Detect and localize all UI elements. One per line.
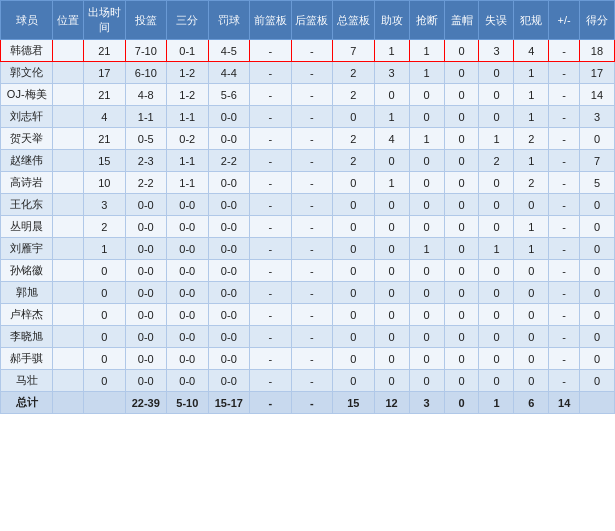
cell-2-14: - [549,84,580,106]
cell-15-15: 0 [579,370,614,392]
total-cell-6: - [250,392,292,414]
cell-5-6: - [250,150,292,172]
cell-12-2: 0 [84,304,126,326]
cell-1-3: 6-10 [125,62,167,84]
total-cell-8: 15 [333,392,375,414]
cell-15-4: 0-0 [167,370,209,392]
cell-0-7: - [291,40,333,62]
cell-9-1 [53,238,84,260]
cell-13-11: 0 [444,326,479,348]
cell-15-3: 0-0 [125,370,167,392]
cell-7-4: 0-0 [167,194,209,216]
table-row: 郭文伦176-101-24-4--231001-17 [1,62,615,84]
cell-9-9: 0 [374,238,409,260]
cell-2-10: 0 [409,84,444,106]
cell-11-5: 0-0 [208,282,250,304]
table-row: 韩德君217-100-14-5--711034-18 [1,40,615,62]
table-row: 郭旭00-00-00-0--000000-0 [1,282,615,304]
total-cell-13: 6 [514,392,549,414]
cell-10-1 [53,260,84,282]
cell-14-5: 0-0 [208,348,250,370]
cell-14-7: - [291,348,333,370]
cell-2-5: 5-6 [208,84,250,106]
cell-5-13: 1 [514,150,549,172]
cell-9-11: 0 [444,238,479,260]
cell-14-0: 郝手骐 [1,348,53,370]
cell-7-11: 0 [444,194,479,216]
cell-8-11: 0 [444,216,479,238]
cell-8-13: 1 [514,216,549,238]
cell-6-10: 0 [409,172,444,194]
cell-11-10: 0 [409,282,444,304]
cell-5-12: 2 [479,150,514,172]
cell-8-2: 2 [84,216,126,238]
cell-8-12: 0 [479,216,514,238]
cell-14-8: 0 [333,348,375,370]
cell-13-9: 0 [374,326,409,348]
table-row: 刘志轩41-11-10-0--010001-3 [1,106,615,128]
cell-14-15: 0 [579,348,614,370]
cell-3-15: 3 [579,106,614,128]
cell-13-6: - [250,326,292,348]
cell-0-10: 1 [409,40,444,62]
cell-5-8: 2 [333,150,375,172]
cell-14-4: 0-0 [167,348,209,370]
cell-5-9: 0 [374,150,409,172]
cell-13-15: 0 [579,326,614,348]
header-cell-0: 球员 [1,1,53,40]
cell-6-6: - [250,172,292,194]
cell-0-1 [53,40,84,62]
cell-8-8: 0 [333,216,375,238]
cell-14-13: 0 [514,348,549,370]
cell-8-9: 0 [374,216,409,238]
cell-8-7: - [291,216,333,238]
header-cell-2: 出场时间 [84,1,126,40]
header-cell-12: 失误 [479,1,514,40]
cell-4-11: 0 [444,128,479,150]
cell-1-10: 1 [409,62,444,84]
cell-7-1 [53,194,84,216]
total-cell-5: 15-17 [208,392,250,414]
cell-0-13: 4 [514,40,549,62]
cell-3-6: - [250,106,292,128]
cell-11-15: 0 [579,282,614,304]
cell-12-15: 0 [579,304,614,326]
cell-0-3: 7-10 [125,40,167,62]
cell-2-11: 0 [444,84,479,106]
cell-12-12: 0 [479,304,514,326]
cell-3-5: 0-0 [208,106,250,128]
cell-15-9: 0 [374,370,409,392]
cell-9-7: - [291,238,333,260]
cell-4-7: - [291,128,333,150]
cell-4-3: 0-5 [125,128,167,150]
cell-9-8: 0 [333,238,375,260]
cell-13-8: 0 [333,326,375,348]
total-cell-4: 5-10 [167,392,209,414]
cell-15-7: - [291,370,333,392]
cell-0-11: 0 [444,40,479,62]
cell-6-13: 2 [514,172,549,194]
cell-10-0: 孙铭徽 [1,260,53,282]
cell-11-9: 0 [374,282,409,304]
cell-6-4: 1-1 [167,172,209,194]
cell-11-12: 0 [479,282,514,304]
cell-6-2: 10 [84,172,126,194]
cell-13-14: - [549,326,580,348]
cell-3-1 [53,106,84,128]
cell-11-3: 0-0 [125,282,167,304]
cell-0-2: 21 [84,40,126,62]
cell-1-14: - [549,62,580,84]
cell-8-6: - [250,216,292,238]
cell-7-8: 0 [333,194,375,216]
cell-12-4: 0-0 [167,304,209,326]
cell-9-10: 1 [409,238,444,260]
cell-0-5: 4-5 [208,40,250,62]
cell-4-1 [53,128,84,150]
cell-12-14: - [549,304,580,326]
table-row: 贺天举210-50-20-0--241012-0 [1,128,615,150]
cell-1-11: 0 [444,62,479,84]
cell-1-2: 17 [84,62,126,84]
cell-3-12: 0 [479,106,514,128]
cell-15-12: 0 [479,370,514,392]
cell-11-2: 0 [84,282,126,304]
